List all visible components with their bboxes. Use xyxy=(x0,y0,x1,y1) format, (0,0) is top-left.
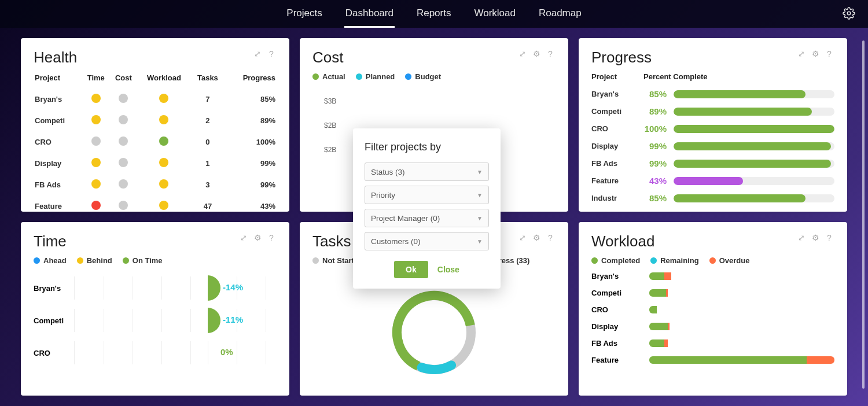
filter-select[interactable]: Project Manager (0)▼ xyxy=(365,209,489,227)
tab-dashboard[interactable]: Dashboard xyxy=(344,1,395,28)
tab-projects[interactable]: Projects xyxy=(285,1,323,28)
legend-dot-icon xyxy=(405,73,411,80)
workload-row[interactable]: Display xyxy=(591,322,834,331)
widget-title: Tasks xyxy=(312,232,351,250)
cell-cost xyxy=(111,89,137,109)
legend-dot-icon xyxy=(34,257,40,264)
workload-row[interactable]: CRO xyxy=(591,305,834,314)
close-button[interactable]: Close xyxy=(437,265,459,274)
legend-item: Remaining xyxy=(650,256,698,265)
expand-icon[interactable]: ⤢ xyxy=(796,232,807,243)
chevron-down-icon: ▼ xyxy=(477,192,483,198)
workload-row[interactable]: Bryan's xyxy=(591,272,834,280)
help-icon[interactable]: ? xyxy=(266,232,277,243)
progress-row[interactable]: Industr 85% xyxy=(591,193,834,203)
legend-label: On Time xyxy=(133,256,163,265)
ok-button[interactable]: Ok xyxy=(394,261,428,278)
cell-tasks: 0 xyxy=(192,132,224,152)
modal-title: Filter projects by xyxy=(365,141,489,153)
cell-progress: 99% xyxy=(225,153,275,174)
progress-bar xyxy=(674,90,834,98)
widget-title: Health xyxy=(34,49,77,67)
legend-item: Actual xyxy=(312,72,345,81)
legend-item: Budget xyxy=(405,72,441,81)
row-percent: 85% xyxy=(643,89,674,99)
legend-dot-icon xyxy=(312,73,319,80)
workload-bar xyxy=(649,289,834,297)
expand-icon[interactable]: ⤢ xyxy=(252,49,263,59)
table-row[interactable]: Display 1 99% xyxy=(35,153,275,174)
expand-icon[interactable]: ⤢ xyxy=(796,49,807,59)
nav-tabs: Projects Dashboard Reports Workload Road… xyxy=(285,1,582,28)
filter-select[interactable]: Customers (0)▼ xyxy=(365,232,489,250)
expand-icon[interactable]: ⤢ xyxy=(238,232,249,243)
progress-row[interactable]: FB Ads 99% xyxy=(591,158,834,168)
settings-icon[interactable] xyxy=(843,7,855,20)
time-row[interactable]: CRO 0% xyxy=(34,337,277,369)
cell-project: Display xyxy=(35,153,81,174)
col-project: Project xyxy=(35,73,81,88)
row-project: Display xyxy=(591,322,649,331)
legend-dot-icon xyxy=(356,73,362,80)
widget-title: Progress xyxy=(591,49,652,67)
gear-icon[interactable]: ⚙ xyxy=(531,232,542,243)
help-icon[interactable]: ? xyxy=(266,49,277,59)
expand-icon[interactable]: ⤢ xyxy=(517,49,528,59)
gear-icon[interactable]: ⚙ xyxy=(810,232,821,243)
workload-segment xyxy=(649,272,664,280)
expand-icon[interactable]: ⤢ xyxy=(517,232,528,243)
tasks-donut xyxy=(388,286,480,381)
cell-project: Competi xyxy=(35,110,81,131)
legend-dot-icon xyxy=(123,257,129,264)
tab-reports[interactable]: Reports xyxy=(415,1,453,28)
gear-icon[interactable]: ⚙ xyxy=(810,49,821,59)
cell-tasks: 47 xyxy=(192,196,224,212)
tab-roadmap[interactable]: Roadmap xyxy=(538,1,583,28)
workload-bar xyxy=(649,272,834,280)
widget-time: Time ⤢ ⚙ ? AheadBehindOn Time Bryan's -1… xyxy=(21,222,289,396)
tab-workload[interactable]: Workload xyxy=(473,1,517,28)
progress-row[interactable]: Feature 43% xyxy=(591,176,834,186)
col-percent: Percent Complete xyxy=(643,72,708,81)
svg-point-0 xyxy=(847,12,851,15)
cell-tasks: 7 xyxy=(192,89,224,109)
table-row[interactable]: Bryan's 7 85% xyxy=(35,89,275,109)
scrollbar[interactable] xyxy=(862,40,865,389)
help-icon[interactable]: ? xyxy=(545,232,556,243)
progress-row[interactable]: CRO 100% xyxy=(591,124,834,134)
gear-icon[interactable]: ⚙ xyxy=(252,232,263,243)
table-row[interactable]: Competi 2 89% xyxy=(35,110,275,131)
progress-row[interactable]: Display 99% xyxy=(591,141,834,151)
gear-icon[interactable]: ⚙ xyxy=(531,49,542,59)
help-icon[interactable]: ? xyxy=(824,232,834,243)
cell-cost xyxy=(111,110,137,131)
legend-dot-icon xyxy=(709,257,716,264)
workload-row[interactable]: FB Ads xyxy=(591,339,834,348)
help-icon[interactable]: ? xyxy=(545,49,556,59)
legend-item: Completed xyxy=(591,256,640,265)
workload-bar xyxy=(649,323,834,330)
time-value: -11% xyxy=(223,315,243,324)
filter-select[interactable]: Status (3)▼ xyxy=(365,163,489,181)
legend-item: On Time xyxy=(123,256,163,265)
table-row[interactable]: FB Ads 3 99% xyxy=(35,175,275,195)
table-row[interactable]: Feature 47 43% xyxy=(35,196,275,212)
filter-select[interactable]: Priority▼ xyxy=(365,186,489,204)
time-row[interactable]: Bryan's -14% xyxy=(34,272,277,304)
chevron-down-icon: ▼ xyxy=(477,215,483,222)
table-row[interactable]: CRO 0 100% xyxy=(35,132,275,152)
time-row[interactable]: Competi -11% xyxy=(34,304,277,337)
cell-time xyxy=(82,196,109,212)
row-project: Competi xyxy=(591,289,649,297)
progress-row[interactable]: Bryan's 85% xyxy=(591,89,834,99)
cell-time xyxy=(82,132,109,152)
progress-row[interactable]: Competi 89% xyxy=(591,106,834,116)
select-label: Customers (0) xyxy=(371,237,421,246)
workload-row[interactable]: Feature xyxy=(591,356,834,364)
help-icon[interactable]: ? xyxy=(824,49,834,59)
workload-row[interactable]: Competi xyxy=(591,289,834,297)
cell-workload xyxy=(138,110,190,131)
row-percent: 89% xyxy=(643,106,674,116)
select-label: Priority xyxy=(371,191,395,200)
legend-dot-icon xyxy=(591,257,598,264)
